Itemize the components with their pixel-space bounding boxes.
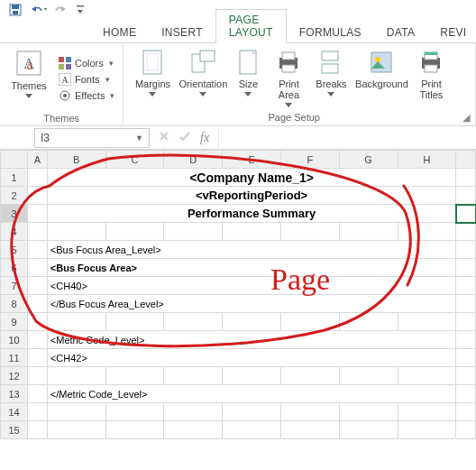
row-header[interactable]: 2 [1, 187, 28, 205]
cell[interactable]: <Bus Focus Area_Level> [47, 241, 455, 259]
svg-rect-24 [322, 64, 338, 73]
name-box[interactable]: I3 ▼ [34, 128, 150, 148]
chevron-down-icon[interactable]: ▼ [135, 134, 143, 143]
redo-icon[interactable] [54, 4, 69, 16]
enter-icon[interactable] [178, 131, 191, 144]
dialog-launcher-icon[interactable]: ◢ [462, 112, 470, 124]
tab-home[interactable]: HOME [90, 23, 149, 42]
cell[interactable]: <Bus Focus Area> [47, 259, 455, 277]
svg-text:a: a [26, 57, 32, 72]
formula-bar: I3 ▼ fx [0, 126, 476, 150]
row-header[interactable]: 3 [1, 205, 28, 223]
col-header[interactable]: F [280, 151, 339, 169]
col-header[interactable]: H [398, 151, 456, 169]
qat-dropdown-icon[interactable] [76, 5, 85, 15]
colors-button[interactable]: Colors▾ [56, 56, 117, 70]
svg-rect-10 [66, 64, 71, 69]
col-header[interactable]: G [339, 151, 398, 169]
svg-rect-3 [77, 5, 84, 7]
svg-rect-30 [425, 52, 437, 55]
row-header[interactable]: 8 [1, 295, 28, 313]
breaks-button[interactable]: Breaks [311, 47, 351, 110]
cell[interactable]: <Company Name_1> [47, 169, 455, 187]
fonts-label: Fonts [75, 74, 100, 85]
select-all-corner[interactable] [1, 151, 28, 169]
col-header[interactable] [456, 151, 476, 169]
background-label: Background [355, 78, 408, 89]
orientation-label: Orientation [179, 78, 228, 89]
row-header[interactable]: 6 [1, 259, 28, 277]
size-label: Size [239, 78, 258, 89]
svg-rect-1 [12, 5, 19, 9]
print-titles-label: Print Titles [420, 78, 444, 100]
group-themes: Aa Themes Colors▾ A Fonts▾ Effects▾ T [0, 43, 124, 125]
row-header[interactable]: 7 [1, 277, 28, 295]
tab-formulas[interactable]: FORMULAS [287, 23, 374, 42]
themes-label: Themes [11, 80, 47, 91]
col-header[interactable]: E [223, 151, 281, 169]
row-header[interactable]: 12 [1, 367, 28, 385]
cell[interactable]: </Bus Focus Area_Level> [47, 295, 455, 313]
name-box-value: I3 [41, 132, 50, 144]
chevron-down-icon [244, 92, 252, 97]
row-header[interactable]: 9 [1, 313, 28, 331]
cell[interactable]: <vReportingPeriod> [47, 187, 455, 205]
selected-cell[interactable] [456, 205, 476, 223]
worksheet-grid[interactable]: A B C D E F G H 1<Company Name_1> 2<vRep… [0, 150, 476, 439]
row-header[interactable]: 15 [1, 421, 28, 439]
chevron-down-icon [149, 92, 156, 97]
col-header[interactable]: B [47, 151, 105, 169]
row-header[interactable]: 14 [1, 403, 28, 421]
col-header[interactable]: C [105, 151, 164, 169]
background-button[interactable]: Background [354, 47, 408, 110]
save-icon[interactable] [9, 4, 22, 16]
row-header[interactable]: 1 [1, 169, 28, 187]
chevron-down-icon [327, 92, 334, 97]
group-page-setup-label: Page Setup [268, 112, 320, 123]
size-button[interactable]: Size [230, 47, 266, 110]
fonts-button[interactable]: A Fonts▾ [56, 72, 117, 87]
tab-insert[interactable]: INSERT [149, 23, 215, 42]
tab-review[interactable]: REVI [427, 23, 476, 42]
svg-rect-21 [282, 52, 295, 60]
chevron-down-icon [25, 94, 32, 98]
cell[interactable]: <CH42> [47, 349, 455, 367]
effects-icon [59, 89, 71, 102]
cell[interactable]: <CH40> [47, 277, 455, 295]
effects-button[interactable]: Effects▾ [56, 88, 117, 103]
col-header[interactable]: D [164, 151, 223, 169]
svg-rect-7 [59, 57, 64, 62]
orientation-button[interactable]: Orientation [179, 47, 226, 110]
undo-icon[interactable] [29, 4, 47, 16]
tab-page-layout[interactable]: PAGE LAYOUT [215, 9, 287, 43]
row-header[interactable]: 4 [1, 223, 28, 241]
row-header[interactable]: 5 [1, 241, 28, 259]
colors-icon [59, 57, 71, 69]
chevron-down-icon [285, 103, 292, 107]
margins-label: Margins [135, 78, 170, 89]
cancel-icon[interactable] [159, 131, 169, 144]
svg-rect-25 [371, 52, 391, 72]
themes-button[interactable]: Aa Themes [5, 47, 52, 111]
print-titles-button[interactable]: Print Titles [412, 47, 450, 110]
row-header[interactable]: 11 [1, 349, 28, 367]
fonts-icon: A [59, 73, 71, 86]
effects-label: Effects [75, 90, 105, 101]
row-header[interactable]: 13 [1, 385, 28, 403]
col-header[interactable]: A [28, 151, 48, 169]
margins-button[interactable]: Margins [129, 47, 176, 110]
svg-rect-22 [282, 65, 295, 72]
svg-rect-2 [13, 11, 18, 14]
formula-input[interactable] [218, 128, 476, 148]
row-header[interactable]: 10 [1, 331, 28, 349]
print-area-button[interactable]: Print Area [270, 47, 307, 110]
tab-data[interactable]: DATA [374, 23, 427, 42]
colors-label: Colors [75, 58, 104, 69]
svg-rect-29 [425, 65, 437, 72]
svg-rect-8 [66, 57, 71, 62]
cell[interactable]: </Metric Code_Level> [47, 385, 455, 403]
cell[interactable]: <Metric Code_Level> [47, 331, 455, 349]
cell[interactable]: Performance Summary [47, 205, 455, 223]
print-area-label: Print Area [279, 78, 299, 100]
fx-icon[interactable]: fx [200, 131, 209, 145]
